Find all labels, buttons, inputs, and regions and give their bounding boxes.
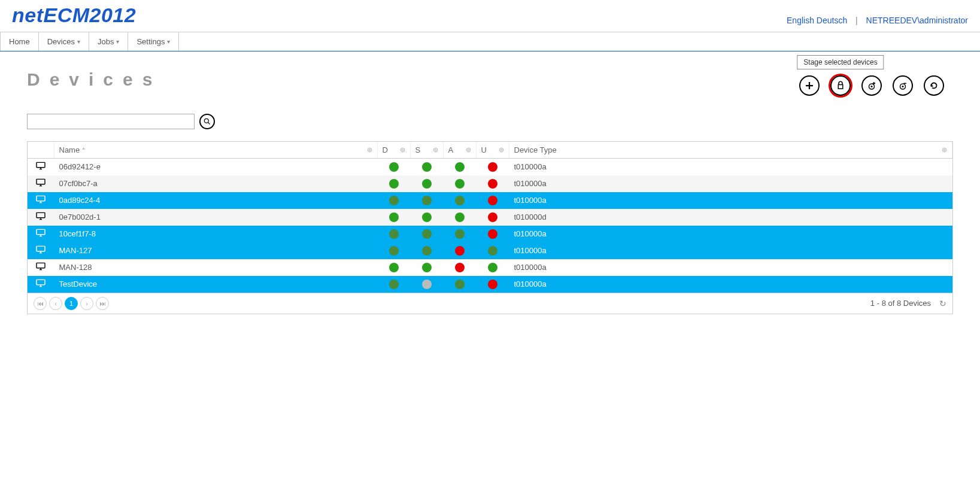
status-dot	[455, 196, 465, 205]
row-a-cell	[443, 159, 476, 175]
status-dot	[455, 212, 465, 222]
pager-last-button[interactable]: ⏭	[96, 297, 109, 310]
filter-icon[interactable]: ⊚	[433, 146, 438, 154]
table-row[interactable]: 0e7b002d-1t010000d	[28, 209, 952, 226]
row-icon-cell	[28, 159, 54, 175]
svg-rect-13	[37, 280, 45, 284]
status-dot	[422, 212, 432, 222]
col-header-name[interactable]: Name˄⊚	[54, 142, 377, 159]
row-type-cell: t010000a	[509, 276, 952, 293]
row-d-cell	[377, 226, 410, 242]
row-d-cell	[377, 242, 410, 259]
menu-settings-label: Settings	[136, 37, 165, 46]
row-u-cell	[476, 209, 509, 226]
row-d-cell	[377, 175, 410, 192]
row-name-cell: 0ad89c24-4	[54, 192, 377, 209]
col-u-label: U	[481, 145, 487, 154]
status-dot	[455, 246, 465, 256]
row-type-cell: t010000a	[509, 159, 952, 175]
col-header-d[interactable]: D⊚	[377, 142, 410, 159]
col-s-label: S	[415, 145, 421, 154]
menu-settings[interactable]: Settings▾	[128, 32, 179, 51]
row-type-cell: t010000a	[509, 226, 952, 242]
row-s-cell	[410, 209, 443, 226]
filter-icon[interactable]: ⊚	[499, 146, 504, 154]
menu-home[interactable]: Home	[0, 32, 39, 51]
status-dot	[422, 179, 432, 189]
monitor-icon	[35, 245, 46, 254]
status-dot	[455, 263, 465, 272]
row-u-cell	[476, 242, 509, 259]
add-image-button[interactable]	[861, 75, 882, 96]
row-name-cell: MAN-128	[54, 259, 377, 276]
menu-devices-label: Devices	[47, 37, 75, 46]
row-a-cell	[443, 259, 476, 276]
pager-first-button[interactable]: ⏮	[34, 297, 47, 310]
table-row[interactable]: 06d92412-et010000a	[28, 159, 952, 175]
svg-rect-6	[37, 163, 45, 168]
filter-icon[interactable]: ⊚	[466, 146, 471, 154]
table-row[interactable]: MAN-128t010000a	[28, 259, 952, 276]
status-dot	[488, 246, 497, 256]
filter-icon[interactable]: ⊚	[400, 146, 405, 154]
row-name-cell: 07cf0bc7-a	[54, 175, 377, 192]
search-input[interactable]	[27, 114, 195, 129]
search-button[interactable]	[199, 114, 215, 129]
pager-next-button[interactable]: ›	[80, 297, 93, 310]
row-d-cell	[377, 259, 410, 276]
table-row[interactable]: 10cef1f7-8t010000a	[28, 226, 952, 242]
add-device-button[interactable]	[799, 75, 820, 96]
svg-point-4	[902, 86, 904, 87]
top-right-links: English Deutsch | NETREEDEV\administrato…	[787, 4, 968, 25]
status-dot	[488, 229, 497, 239]
col-header-s[interactable]: S⊚	[410, 142, 443, 159]
col-header-a[interactable]: A⊚	[443, 142, 476, 159]
table-row[interactable]: MAN-127t010000a	[28, 242, 952, 259]
action-toolbar: Stage selected devices	[799, 75, 944, 96]
menu-jobs[interactable]: Jobs▾	[89, 32, 128, 51]
col-name-label: Name	[59, 145, 80, 154]
row-s-cell	[410, 242, 443, 259]
table-row[interactable]: TestDevicet010000a	[28, 276, 952, 293]
table-row[interactable]: 07cf0bc7-at010000a	[28, 175, 952, 192]
menu-jobs-label: Jobs	[98, 37, 114, 46]
stage-icon	[835, 80, 846, 91]
row-a-cell	[443, 242, 476, 259]
pager-refresh-button[interactable]: ↻	[939, 299, 946, 308]
app-logo: netECM2012	[12, 4, 136, 27]
pager-page-1-button[interactable]: 1	[65, 297, 78, 310]
status-dot	[488, 196, 497, 205]
status-dot	[389, 229, 399, 239]
col-header-u[interactable]: U⊚	[476, 142, 509, 159]
table-row[interactable]: 0ad89c24-4t010000a	[28, 192, 952, 209]
stage-devices-button[interactable]: Stage selected devices	[830, 75, 851, 96]
filter-icon[interactable]: ⊚	[367, 146, 372, 154]
col-type-label: Device Type	[514, 145, 557, 154]
col-header-icon[interactable]	[28, 142, 54, 159]
row-s-cell	[410, 159, 443, 175]
remove-image-button[interactable]	[893, 75, 913, 96]
chevron-down-icon: ▾	[77, 38, 80, 45]
pager-status: 1 - 8 of 8 Devices	[870, 299, 931, 308]
search-icon	[203, 117, 211, 126]
row-u-cell	[476, 259, 509, 276]
svg-rect-11	[37, 246, 45, 251]
lang-deutsch-link[interactable]: Deutsch	[817, 16, 847, 25]
refresh-button[interactable]	[924, 75, 944, 96]
row-u-cell	[476, 159, 509, 175]
status-dot	[488, 179, 497, 189]
lang-english-link[interactable]: English	[787, 16, 814, 25]
filter-icon[interactable]: ⊚	[942, 146, 947, 154]
chevron-down-icon: ▾	[167, 38, 170, 45]
col-header-type[interactable]: Device Type⊚	[509, 142, 952, 159]
separator: |	[855, 16, 858, 25]
row-s-cell	[410, 276, 443, 293]
current-user-link[interactable]: NETREEDEV\administrator	[866, 16, 968, 25]
status-dot	[422, 246, 432, 256]
monitor-icon	[35, 279, 46, 287]
row-name-cell: TestDevice	[54, 276, 377, 293]
status-dot	[488, 263, 497, 272]
pager-prev-button[interactable]: ‹	[49, 297, 62, 310]
menu-devices[interactable]: Devices▾	[39, 32, 89, 51]
col-d-label: D	[383, 145, 388, 154]
